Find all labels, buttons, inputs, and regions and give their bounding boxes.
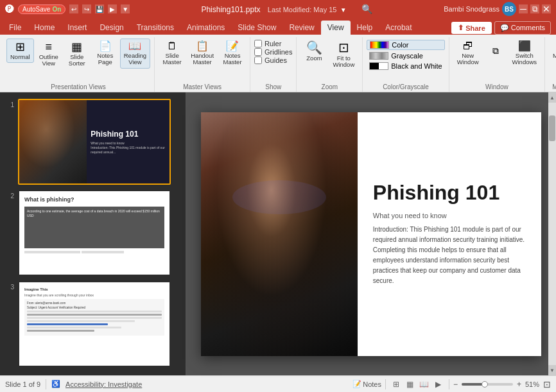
guides-checkbox-label[interactable]: Guides	[254, 56, 292, 64]
share-label: Share	[465, 24, 485, 32]
main-slide-body: Introduction: This Phishing 101 module i…	[373, 225, 526, 286]
tab-insert[interactable]: Insert	[61, 21, 93, 35]
share-button[interactable]: ⬆ Share	[451, 22, 492, 34]
new-window-btn[interactable]: 🗗 NewWindow	[453, 38, 483, 69]
tab-file[interactable]: File	[3, 21, 28, 35]
master-views-items: 🗒 SlideMaster 📋 HandoutMaster 📝 NotesMas…	[159, 37, 246, 82]
tab-help[interactable]: Help	[351, 21, 379, 35]
zoom-slider[interactable]	[462, 383, 513, 386]
arrange-all-btn[interactable]: ⧉	[484, 44, 507, 58]
scroll-thumb	[549, 115, 555, 141]
minimize-btn[interactable]: ─	[519, 4, 528, 13]
slide-main-content: Phishing 101 What you need to know Intro…	[358, 112, 541, 356]
macros-btn[interactable]: ⏺ Macros	[549, 38, 556, 62]
slide-img-2: What is phishing? According to one estim…	[18, 190, 171, 276]
slide-sorter-btn[interactable]: ▦ SlideSorter	[64, 38, 91, 70]
accessibility-label[interactable]: Accessibility: Investigate	[65, 380, 142, 388]
handout-master-label: HandoutMaster	[191, 53, 214, 66]
switch-windows-icon: ⬛	[518, 41, 531, 51]
zoom-btn[interactable]: 🔍 Zoom	[300, 38, 327, 64]
tab-acrobat[interactable]: Acrobat	[379, 21, 418, 35]
reading-view-status-btn[interactable]: 📖	[418, 378, 431, 391]
macros-label: Macros	[553, 53, 556, 59]
slide3-subtitle: Imagine that you are scrolling through y…	[24, 293, 164, 297]
slide-sorter-status-btn[interactable]: ▦	[404, 378, 417, 391]
user-avatar[interactable]: BS	[502, 2, 516, 16]
notes-label: Notes	[363, 380, 381, 388]
slide-thumb-1[interactable]: 1 Phishing 101 What you need to knowIntr…	[4, 98, 182, 186]
comments-label: Comments	[511, 24, 545, 31]
outline-view-btn[interactable]: ≡ OutlineView	[35, 38, 62, 70]
slide-sorter-label: SlideSorter	[69, 54, 85, 67]
window-group-label: Window	[485, 82, 508, 92]
slide2-dark-content: According to one estimate, the average c…	[24, 207, 164, 248]
normal-view-status-btn[interactable]: ⊞	[390, 378, 403, 391]
fit-window-btn[interactable]: ⊡ Fit toWindow	[329, 38, 358, 71]
fit-slide-btn[interactable]: ⊡	[543, 379, 551, 389]
autosave-toggle[interactable]: AutoSave On	[18, 4, 65, 14]
tab-transitions[interactable]: Transitions	[130, 21, 180, 35]
grayscale-btn[interactable]: Grayscale	[367, 51, 444, 60]
modified: Last Modified: May 15	[268, 6, 337, 13]
master-views-label: Master Views	[183, 82, 222, 92]
slide3-signature	[27, 330, 94, 332]
switch-windows-btn[interactable]: ⬛ SwitchWindows	[508, 38, 541, 69]
slideshow-status-btn[interactable]: ▶	[432, 378, 445, 391]
save-btn[interactable]: 💾	[95, 4, 104, 13]
present-btn[interactable]: ▶	[108, 4, 117, 13]
normal-view-btn[interactable]: ⊞ Normal	[6, 38, 34, 63]
tab-home[interactable]: Home	[28, 21, 61, 35]
ruler-checkbox[interactable]	[254, 40, 262, 47]
handout-master-btn[interactable]: 📋 HandoutMaster	[187, 38, 218, 69]
undo-btn[interactable]: ↩	[69, 4, 78, 13]
scroll-up-btn[interactable]: ▲	[548, 92, 556, 103]
dropdown-icon[interactable]: ▼	[340, 6, 347, 13]
gridlines-checkbox[interactable]	[254, 48, 262, 56]
comments-button[interactable]: 💬 Comments	[494, 21, 551, 35]
close-btn[interactable]: ✕	[542, 4, 551, 13]
right-scrollbar[interactable]: ▲ ▼	[548, 92, 556, 375]
title-bar: 🅟 AutoSave On ↩ ↪ 💾 ▶ ▼ Phishing101.pptx…	[0, 0, 556, 18]
ribbon-tabs-right: ⬆ Share 💬 Comments	[451, 21, 556, 35]
slide-thumb-2[interactable]: 2 What is phishing? According to one est…	[4, 189, 182, 277]
ruler-checkbox-label[interactable]: Ruler	[254, 40, 292, 47]
main-slide[interactable]: Phishing 101 What you need to know Intro…	[201, 112, 541, 356]
slide-master-btn[interactable]: 🗒 SlideMaster	[159, 38, 186, 69]
color-swatch	[370, 41, 389, 49]
search-icon[interactable]: 🔍	[361, 4, 372, 14]
slide-thumb-3[interactable]: 3 Imagine This Imagine that you are scro…	[4, 280, 182, 368]
reading-view-btn[interactable]: 📖 ReadingView	[120, 38, 150, 69]
color-btn[interactable]: Color	[367, 40, 444, 50]
tab-design[interactable]: Design	[93, 21, 130, 35]
slide-panel[interactable]: 1 Phishing 101 What you need to knowIntr…	[0, 92, 186, 375]
notes-page-btn[interactable]: 📄 NotesPage	[92, 38, 119, 69]
zoom-out-btn[interactable]: −	[453, 380, 458, 389]
reading-view-label: ReadingView	[124, 53, 146, 66]
tab-animations[interactable]: Animations	[180, 21, 231, 35]
slide2-bar	[24, 251, 80, 253]
tab-slideshow[interactable]: Slide Show	[231, 21, 282, 35]
restore-btn[interactable]: ⧉	[530, 4, 539, 13]
gridlines-checkbox-label[interactable]: Gridlines	[254, 48, 292, 56]
redo-btn[interactable]: ↪	[82, 4, 91, 13]
handout-master-icon: 📋	[196, 41, 209, 51]
customize-btn[interactable]: ▼	[121, 4, 130, 13]
scroll-down-btn[interactable]: ▼	[548, 365, 556, 375]
notes-btn[interactable]: 📝 Notes	[352, 380, 381, 388]
tab-review[interactable]: Review	[282, 21, 320, 35]
slide-master-label: SlideMaster	[163, 53, 182, 66]
scroll-track[interactable]	[548, 103, 556, 365]
slide3-line5	[27, 327, 121, 328]
guides-checkbox[interactable]	[254, 56, 262, 64]
zoom-in-btn[interactable]: +	[517, 380, 521, 389]
notes-master-btn[interactable]: 📝 NotesMaster	[219, 38, 246, 69]
tab-view[interactable]: View	[321, 21, 351, 35]
color-label: Color	[392, 41, 408, 49]
status-right: 📝 Notes ⊞ ▦ 📖 ▶ − + 51% ⊡	[352, 378, 551, 391]
bw-swatch	[369, 62, 388, 70]
status-separator-2	[385, 379, 386, 389]
black-white-btn[interactable]: Black and White	[367, 62, 444, 71]
grayscale-label: Grayscale	[391, 52, 423, 60]
zoom-handle[interactable]	[482, 381, 488, 388]
presentation-views-label: Presentation Views	[51, 82, 105, 92]
